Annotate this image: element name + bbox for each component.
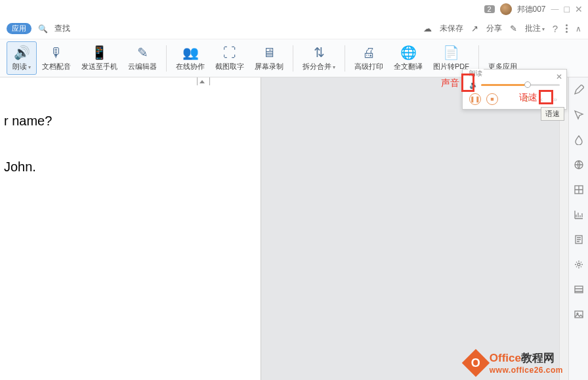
panel-title: 朗读 (468, 69, 484, 78)
read-aloud-button[interactable]: 🔊 朗读▾ (7, 41, 37, 75)
annotation-label-sound: 声音 (441, 77, 459, 89)
minimize-button[interactable]: — (551, 5, 559, 14)
document-text-line: r name? (4, 110, 257, 131)
share-label[interactable]: 分享 (486, 23, 502, 34)
help-icon[interactable]: ? (553, 23, 558, 34)
divider (293, 45, 293, 72)
split-icon: ⇅ (314, 45, 325, 60)
share-icon[interactable]: ↗ (471, 24, 478, 33)
app-tag[interactable]: 应用 (7, 23, 32, 34)
grid-icon[interactable] (573, 184, 585, 196)
canvas-background (261, 77, 588, 380)
review-icon[interactable]: ✎ (510, 24, 517, 33)
speed-up-icon[interactable]: » (551, 95, 560, 104)
svg-rect-9 (575, 311, 583, 318)
volume-slider[interactable] (481, 84, 560, 86)
read-aloud-icon: 🔊 (14, 45, 30, 60)
list-icon[interactable] (573, 284, 585, 295)
more-menu-icon[interactable] (566, 24, 568, 33)
gear-icon[interactable] (573, 259, 585, 270)
microphone-icon: 🎙 (50, 45, 63, 60)
translate-icon: 🌐 (400, 45, 417, 60)
advanced-print-button[interactable]: 🖨 高级打印 (349, 42, 388, 74)
pdf-icon: 📄 (443, 45, 459, 60)
maximize-button[interactable]: □ (564, 4, 570, 14)
expand-icon[interactable]: ∧ (576, 24, 581, 33)
divider (345, 45, 345, 72)
split-merge-button[interactable]: ⇅ 拆分合并▾ (297, 42, 341, 74)
speed-down-icon[interactable]: « (536, 95, 545, 104)
print-icon: 🖨 (362, 45, 375, 60)
speed-tooltip: 语速 (541, 107, 564, 121)
collab-button[interactable]: 👥 在线协作 (171, 42, 210, 74)
image-icon[interactable] (573, 308, 585, 320)
volume-icon[interactable]: 🔉 (469, 80, 478, 89)
search-icon[interactable]: 🔍 (38, 24, 48, 33)
phone-icon: 📱 (91, 45, 108, 60)
read-aloud-panel: 朗读 ✕ 🔉 ❚❚ ■ ⏱ « » (462, 69, 567, 110)
cloud-editor-button[interactable]: ✎ 云编辑器 (123, 42, 162, 74)
notification-badge[interactable]: 2 (484, 5, 495, 13)
pause-button[interactable]: ❚❚ (469, 93, 481, 105)
pencil-icon[interactable] (573, 84, 585, 96)
drop-icon[interactable] (573, 134, 585, 146)
close-panel-button[interactable]: ✕ (556, 72, 562, 81)
review-label[interactable]: 批注▾ (525, 23, 545, 34)
username: 邦德007 (517, 4, 546, 15)
stop-button[interactable]: ■ (486, 93, 498, 105)
watermark-logo: O Office教程网 www.office26.com (466, 350, 563, 375)
send-phone-button[interactable]: 📱 发送至手机 (76, 42, 123, 74)
document-page[interactable]: r name? John. (0, 77, 261, 380)
screenshot-icon: ⛶ (223, 45, 236, 60)
globe-icon[interactable] (573, 159, 585, 171)
chart-icon[interactable] (573, 209, 585, 221)
document-text-line: John. (4, 156, 257, 177)
vertical-scrollbar[interactable] (559, 77, 568, 380)
ruler-indent-marker[interactable] (197, 77, 210, 85)
svg-point-7 (578, 263, 580, 266)
close-window-button[interactable]: ✕ (575, 4, 583, 14)
cloud-unsaved-icon[interactable]: ☁ (423, 24, 432, 33)
screenshot-ocr-button[interactable]: ⛶ 截图取字 (210, 42, 249, 74)
screen-record-button[interactable]: 🖥 屏幕录制 (249, 42, 289, 74)
slider-thumb[interactable] (524, 81, 531, 88)
avatar[interactable] (500, 3, 512, 15)
unsaved-label: 未保存 (440, 23, 463, 34)
watermark-badge-icon: O (462, 348, 490, 376)
right-sidebar (568, 77, 588, 380)
audio-dub-button[interactable]: 🎙 文档配音 (37, 42, 76, 74)
annotation-label-speed: 语速 (519, 92, 537, 104)
cloud-edit-icon: ✎ (137, 45, 148, 60)
cursor-icon[interactable] (573, 109, 585, 121)
divider (166, 45, 167, 72)
record-icon: 🖥 (262, 45, 276, 60)
collab-icon: 👥 (182, 45, 199, 60)
translate-button[interactable]: 🌐 全文翻译 (388, 42, 428, 74)
document-icon[interactable] (573, 234, 585, 245)
divider (478, 45, 479, 72)
search-label[interactable]: 查找 (54, 23, 70, 34)
